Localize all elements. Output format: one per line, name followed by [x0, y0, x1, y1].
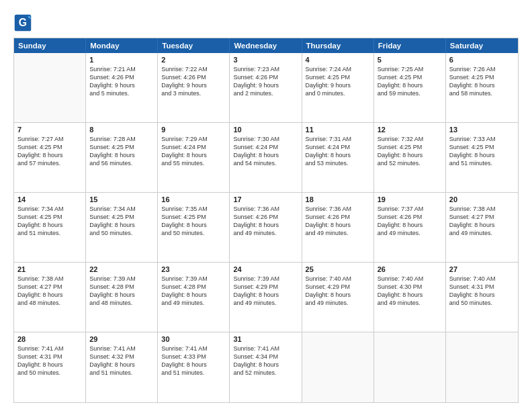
calendar-row: 28Sunrise: 7:41 AM Sunset: 4:31 PM Dayli… [14, 332, 518, 402]
day-number: 24 [233, 265, 298, 273]
day-number: 10 [233, 126, 298, 134]
weekday-header: Sunday [14, 38, 86, 53]
cell-info: Sunrise: 7:26 AM Sunset: 4:25 PM Dayligh… [449, 65, 515, 98]
cell-info: Sunrise: 7:40 AM Sunset: 4:31 PM Dayligh… [449, 275, 515, 308]
weekday-header: Saturday [446, 38, 518, 53]
weekday-header: Wednesday [230, 38, 302, 53]
day-number: 14 [17, 195, 82, 203]
calendar-cell: 3Sunrise: 7:23 AM Sunset: 4:26 PM Daylig… [230, 53, 302, 122]
day-number: 19 [378, 195, 442, 203]
day-number: 13 [449, 126, 515, 134]
cell-info: Sunrise: 7:39 AM Sunset: 4:28 PM Dayligh… [161, 275, 226, 308]
day-number: 12 [378, 126, 442, 134]
cell-info: Sunrise: 7:36 AM Sunset: 4:26 PM Dayligh… [306, 205, 370, 238]
logo-icon: G [13, 13, 32, 32]
day-number: 28 [17, 335, 82, 343]
calendar-cell: 27Sunrise: 7:40 AM Sunset: 4:31 PM Dayli… [446, 263, 518, 332]
calendar-cell [302, 332, 374, 402]
cell-info: Sunrise: 7:36 AM Sunset: 4:26 PM Dayligh… [233, 205, 298, 238]
calendar-cell: 20Sunrise: 7:38 AM Sunset: 4:27 PM Dayli… [446, 193, 518, 262]
cell-info: Sunrise: 7:21 AM Sunset: 4:26 PM Dayligh… [89, 65, 154, 98]
calendar-cell: 29Sunrise: 7:41 AM Sunset: 4:32 PM Dayli… [86, 332, 158, 402]
day-number: 17 [233, 195, 298, 203]
day-number: 16 [161, 195, 226, 203]
calendar-cell: 4Sunrise: 7:24 AM Sunset: 4:25 PM Daylig… [302, 53, 374, 122]
day-number: 25 [306, 265, 370, 273]
cell-info: Sunrise: 7:41 AM Sunset: 4:31 PM Dayligh… [17, 345, 82, 377]
day-number: 22 [89, 265, 154, 273]
calendar-cell: 9Sunrise: 7:29 AM Sunset: 4:24 PM Daylig… [158, 123, 230, 192]
cell-info: Sunrise: 7:25 AM Sunset: 4:25 PM Dayligh… [378, 65, 442, 98]
day-number: 3 [233, 56, 298, 64]
day-number: 15 [89, 195, 154, 203]
cell-info: Sunrise: 7:37 AM Sunset: 4:26 PM Dayligh… [378, 205, 442, 238]
day-number: 9 [161, 126, 226, 134]
calendar-cell: 8Sunrise: 7:28 AM Sunset: 4:25 PM Daylig… [86, 123, 158, 192]
calendar-cell: 13Sunrise: 7:33 AM Sunset: 4:25 PM Dayli… [446, 123, 518, 192]
calendar-row: 7Sunrise: 7:27 AM Sunset: 4:25 PM Daylig… [14, 123, 518, 193]
day-number: 6 [449, 56, 515, 64]
calendar-cell: 25Sunrise: 7:40 AM Sunset: 4:29 PM Dayli… [302, 263, 374, 332]
calendar-cell: 21Sunrise: 7:38 AM Sunset: 4:27 PM Dayli… [14, 263, 86, 332]
cell-info: Sunrise: 7:23 AM Sunset: 4:26 PM Dayligh… [233, 65, 298, 98]
day-number: 29 [89, 335, 154, 343]
calendar-cell: 24Sunrise: 7:39 AM Sunset: 4:29 PM Dayli… [230, 263, 302, 332]
weekday-header: Monday [86, 38, 158, 53]
cell-info: Sunrise: 7:30 AM Sunset: 4:24 PM Dayligh… [233, 135, 298, 168]
day-number: 21 [17, 265, 82, 273]
day-number: 8 [89, 126, 154, 134]
cell-info: Sunrise: 7:34 AM Sunset: 4:25 PM Dayligh… [89, 205, 154, 238]
calendar-cell: 14Sunrise: 7:34 AM Sunset: 4:25 PM Dayli… [14, 193, 86, 262]
day-number: 18 [306, 195, 370, 203]
calendar-cell: 22Sunrise: 7:39 AM Sunset: 4:28 PM Dayli… [86, 263, 158, 332]
calendar-cell: 1Sunrise: 7:21 AM Sunset: 4:26 PM Daylig… [86, 53, 158, 122]
calendar-cell: 15Sunrise: 7:34 AM Sunset: 4:25 PM Dayli… [86, 193, 158, 262]
calendar-cell: 12Sunrise: 7:32 AM Sunset: 4:25 PM Dayli… [374, 123, 446, 192]
day-number: 23 [161, 265, 226, 273]
header: G [13, 11, 519, 32]
cell-info: Sunrise: 7:38 AM Sunset: 4:27 PM Dayligh… [449, 205, 515, 238]
calendar-cell: 6Sunrise: 7:26 AM Sunset: 4:25 PM Daylig… [446, 53, 518, 122]
calendar-cell [14, 53, 86, 122]
day-number: 27 [449, 265, 515, 273]
day-number: 4 [306, 56, 370, 64]
calendar-header: SundayMondayTuesdayWednesdayThursdayFrid… [14, 38, 518, 53]
calendar-row: 21Sunrise: 7:38 AM Sunset: 4:27 PM Dayli… [14, 263, 518, 332]
cell-info: Sunrise: 7:40 AM Sunset: 4:30 PM Dayligh… [378, 275, 442, 308]
calendar-cell: 26Sunrise: 7:40 AM Sunset: 4:30 PM Dayli… [374, 263, 446, 332]
calendar-cell: 5Sunrise: 7:25 AM Sunset: 4:25 PM Daylig… [374, 53, 446, 122]
cell-info: Sunrise: 7:41 AM Sunset: 4:34 PM Dayligh… [233, 345, 298, 377]
cell-info: Sunrise: 7:41 AM Sunset: 4:33 PM Dayligh… [161, 345, 226, 377]
logo: G [13, 13, 35, 32]
calendar-cell: 19Sunrise: 7:37 AM Sunset: 4:26 PM Dayli… [374, 193, 446, 262]
calendar-cell: 28Sunrise: 7:41 AM Sunset: 4:31 PM Dayli… [14, 332, 86, 402]
calendar-cell: 31Sunrise: 7:41 AM Sunset: 4:34 PM Dayli… [230, 332, 302, 402]
cell-info: Sunrise: 7:34 AM Sunset: 4:25 PM Dayligh… [17, 205, 82, 238]
day-number: 20 [449, 195, 515, 203]
day-number: 2 [161, 56, 226, 64]
calendar-cell: 17Sunrise: 7:36 AM Sunset: 4:26 PM Dayli… [230, 193, 302, 262]
calendar-cell: 16Sunrise: 7:35 AM Sunset: 4:25 PM Dayli… [158, 193, 230, 262]
weekday-header: Tuesday [158, 38, 230, 53]
weekday-header: Thursday [302, 38, 374, 53]
cell-info: Sunrise: 7:40 AM Sunset: 4:29 PM Dayligh… [306, 275, 370, 308]
cell-info: Sunrise: 7:39 AM Sunset: 4:28 PM Dayligh… [89, 275, 154, 308]
cell-info: Sunrise: 7:24 AM Sunset: 4:25 PM Dayligh… [306, 65, 370, 98]
cell-info: Sunrise: 7:39 AM Sunset: 4:29 PM Dayligh… [233, 275, 298, 308]
day-number: 31 [233, 335, 298, 343]
cell-info: Sunrise: 7:27 AM Sunset: 4:25 PM Dayligh… [17, 135, 82, 168]
calendar-cell: 18Sunrise: 7:36 AM Sunset: 4:26 PM Dayli… [302, 193, 374, 262]
weekday-header: Friday [374, 38, 446, 53]
day-number: 5 [378, 56, 442, 64]
calendar-cell: 2Sunrise: 7:22 AM Sunset: 4:26 PM Daylig… [158, 53, 230, 122]
calendar-row: 1Sunrise: 7:21 AM Sunset: 4:26 PM Daylig… [14, 53, 518, 123]
cell-info: Sunrise: 7:28 AM Sunset: 4:25 PM Dayligh… [89, 135, 154, 168]
calendar-row: 14Sunrise: 7:34 AM Sunset: 4:25 PM Dayli… [14, 193, 518, 263]
calendar-cell: 23Sunrise: 7:39 AM Sunset: 4:28 PM Dayli… [158, 263, 230, 332]
cell-info: Sunrise: 7:31 AM Sunset: 4:24 PM Dayligh… [306, 135, 370, 168]
cell-info: Sunrise: 7:32 AM Sunset: 4:25 PM Dayligh… [378, 135, 442, 168]
page: G SundayMondayTuesdayWednesdayThursdayFr… [0, 0, 532, 411]
svg-text:G: G [19, 17, 27, 28]
calendar: SundayMondayTuesdayWednesdayThursdayFrid… [13, 38, 519, 403]
cell-info: Sunrise: 7:22 AM Sunset: 4:26 PM Dayligh… [161, 65, 226, 98]
